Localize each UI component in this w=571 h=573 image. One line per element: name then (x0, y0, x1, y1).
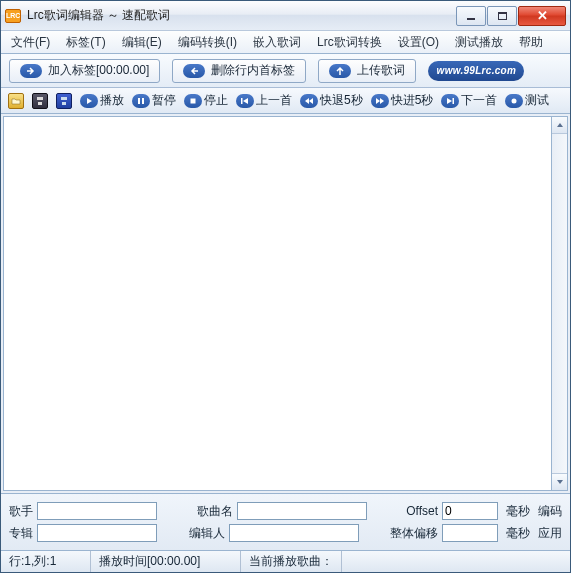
pause-icon (132, 94, 150, 108)
vertical-scrollbar[interactable] (551, 116, 568, 491)
titlebar[interactable]: LRC Lrc歌词编辑器 ～ 速配歌词 ✕ (1, 1, 570, 31)
menu-tag[interactable]: 标签(T) (58, 32, 113, 53)
menubar: 文件(F) 标签(T) 编辑(E) 编码转换(I) 嵌入歌词 Lrc歌词转换 设… (1, 31, 570, 54)
stop-icon (184, 94, 202, 108)
singer-label: 歌手 (9, 503, 33, 520)
next-icon (441, 94, 459, 108)
close-button[interactable]: ✕ (518, 6, 566, 26)
ms-label: 毫秒 (506, 503, 530, 520)
shift-label: 整体偏移 (390, 525, 438, 542)
menu-edit[interactable]: 编辑(E) (114, 32, 170, 53)
arrow-right-icon (20, 64, 42, 78)
singer-input[interactable] (37, 502, 157, 520)
toolbar-primary: 加入标签[00:00.00] 删除行内首标签 上传歌词 www.99Lrc.co… (1, 54, 570, 88)
svg-rect-0 (37, 97, 43, 100)
add-tag-label: 加入标签[00:00.00] (48, 62, 149, 79)
scroll-up-button[interactable] (552, 117, 567, 134)
app-window: LRC Lrc歌词编辑器 ～ 速配歌词 ✕ 文件(F) 标签(T) 编辑(E) … (0, 0, 571, 573)
upload-lyrics-label: 上传歌词 (357, 62, 405, 79)
status-current-song: 当前播放歌曲： (241, 551, 342, 572)
scroll-down-button[interactable] (552, 473, 567, 490)
save-as-icon (56, 93, 72, 109)
svg-rect-5 (142, 98, 144, 104)
open-icon (8, 93, 24, 109)
author-input[interactable] (229, 524, 359, 542)
ms-label-2: 毫秒 (506, 525, 530, 542)
save-as-button[interactable] (53, 91, 75, 111)
play-icon (80, 94, 98, 108)
delete-first-tag-button[interactable]: 删除行内首标签 (172, 59, 306, 83)
minimize-button[interactable] (456, 6, 486, 26)
apply-label[interactable]: 应用 (538, 525, 562, 542)
svg-rect-2 (61, 97, 67, 100)
menu-convert[interactable]: Lrc歌词转换 (309, 32, 390, 53)
svg-rect-8 (453, 98, 455, 104)
window-title: Lrc歌词编辑器 ～ 速配歌词 (27, 7, 456, 24)
shift-input[interactable] (442, 524, 498, 542)
save-button[interactable] (29, 91, 51, 111)
rewind-5s-button[interactable]: 快退5秒 (297, 91, 366, 111)
save-icon (32, 93, 48, 109)
prev-track-button[interactable]: 上一首 (233, 91, 295, 111)
play-button[interactable]: 播放 (77, 91, 127, 111)
rewind-icon (300, 94, 318, 108)
metadata-panel: 歌手 歌曲名 Offset 毫秒 编码 专辑 编辑人 整体偏移 毫秒 应用 (1, 493, 570, 550)
statusbar: 行:1,列:1 播放时间[00:00.00] 当前播放歌曲： (1, 550, 570, 572)
svg-rect-3 (62, 102, 66, 105)
scroll-track[interactable] (552, 134, 567, 473)
offset-label: Offset (406, 504, 438, 518)
menu-embed[interactable]: 嵌入歌词 (245, 32, 309, 53)
menu-test[interactable]: 测试播放 (447, 32, 511, 53)
status-cursor-pos: 行:1,列:1 (1, 551, 91, 572)
arrow-left-icon (183, 64, 205, 78)
arrow-up-icon (329, 64, 351, 78)
logo-badge[interactable]: www.99Lrc.com (428, 61, 524, 81)
editor-area (1, 114, 570, 493)
test-play-button[interactable]: 测试 (502, 91, 552, 111)
svg-rect-6 (191, 98, 196, 103)
lyrics-editor[interactable] (3, 116, 551, 491)
menu-file[interactable]: 文件(F) (3, 32, 58, 53)
upload-lyrics-button[interactable]: 上传歌词 (318, 59, 416, 83)
delete-first-tag-label: 删除行内首标签 (211, 62, 295, 79)
svg-point-9 (512, 98, 517, 103)
svg-rect-1 (38, 102, 42, 105)
offset-input[interactable] (442, 502, 498, 520)
menu-settings[interactable]: 设置(O) (390, 32, 447, 53)
album-label: 专辑 (9, 525, 33, 542)
menu-encoding[interactable]: 编码转换(I) (170, 32, 245, 53)
next-track-button[interactable]: 下一首 (438, 91, 500, 111)
record-icon (505, 94, 523, 108)
add-tag-button[interactable]: 加入标签[00:00.00] (9, 59, 160, 83)
prev-icon (236, 94, 254, 108)
status-playtime: 播放时间[00:00.00] (91, 551, 241, 572)
maximize-button[interactable] (487, 6, 517, 26)
pause-button[interactable]: 暂停 (129, 91, 179, 111)
menu-help[interactable]: 帮助 (511, 32, 551, 53)
encoding-label[interactable]: 编码 (538, 503, 562, 520)
stop-button[interactable]: 停止 (181, 91, 231, 111)
forward-5s-button[interactable]: 快进5秒 (368, 91, 437, 111)
song-label: 歌曲名 (197, 503, 233, 520)
author-label: 编辑人 (189, 525, 225, 542)
song-input[interactable] (237, 502, 367, 520)
album-input[interactable] (37, 524, 157, 542)
svg-rect-4 (138, 98, 140, 104)
app-icon: LRC (5, 9, 21, 23)
toolbar-secondary: 播放 暂停 停止 上一首 快退5秒 快进5秒 下一首 测试 (1, 88, 570, 114)
svg-rect-7 (241, 98, 243, 104)
open-button[interactable] (5, 91, 27, 111)
forward-icon (371, 94, 389, 108)
